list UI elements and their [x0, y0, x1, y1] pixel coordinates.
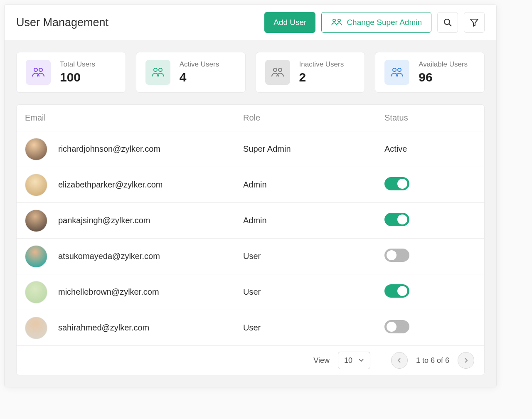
- user-role: User: [243, 251, 384, 261]
- user-role: Admin: [243, 180, 384, 190]
- avatar: [25, 245, 47, 268]
- svg-point-8: [273, 68, 277, 71]
- panel-header: User Management Add User Change Super Ad…: [5, 5, 496, 40]
- users-icon: [384, 60, 409, 85]
- status-toggle[interactable]: [384, 249, 409, 262]
- user-email: elizabethparker@zylker.com: [58, 180, 163, 190]
- stats-row: Total Users 100 Active Users 4: [16, 52, 485, 93]
- svg-point-4: [34, 68, 37, 71]
- svg-line-3: [449, 24, 452, 27]
- svg-point-1: [338, 19, 340, 22]
- svg-point-11: [398, 68, 401, 71]
- stat-inactive-users: Inactive Users 2: [256, 52, 365, 93]
- panel-body: Total Users 100 Active Users 4: [5, 40, 496, 387]
- user-role: Admin: [243, 216, 384, 225]
- table-row[interactable]: elizabethparker@zylker.com Admin: [17, 167, 484, 203]
- user-management-panel: User Management Add User Change Super Ad…: [4, 4, 497, 387]
- chevron-down-icon: [358, 358, 364, 362]
- stat-label: Total Users: [60, 60, 95, 69]
- avatar: [25, 138, 47, 160]
- status-toggle[interactable]: [384, 213, 409, 226]
- svg-point-7: [159, 68, 162, 71]
- stat-value: 100: [60, 70, 95, 84]
- table-row[interactable]: pankajsingh@zylker.com Admin: [17, 203, 484, 239]
- col-email: Email: [25, 113, 243, 123]
- status-toggle[interactable]: [384, 320, 409, 333]
- admin-swap-icon: [331, 18, 342, 27]
- page-size-value: 10: [344, 356, 352, 365]
- stat-label: Available Users: [419, 60, 468, 69]
- table-header: Email Role Status: [17, 105, 484, 131]
- funnel-icon: [469, 17, 479, 27]
- users-icon: [265, 60, 290, 85]
- stat-value: 2: [299, 70, 344, 84]
- svg-point-10: [393, 68, 396, 71]
- user-role: Super Admin: [243, 144, 384, 154]
- page-range-text: 1 to 6 of 6: [416, 356, 449, 365]
- avatar: [25, 317, 47, 339]
- add-user-button[interactable]: Add User: [264, 12, 315, 33]
- avatar: [25, 210, 47, 232]
- page-title: User Management: [16, 16, 259, 29]
- user-email: sahirahmed@zylker.com: [58, 323, 149, 333]
- avatar: [25, 174, 47, 196]
- view-label: View: [313, 356, 330, 365]
- next-page-button[interactable]: [458, 352, 474, 369]
- status-toggle[interactable]: [384, 177, 409, 190]
- stat-total-users: Total Users 100: [16, 52, 126, 93]
- users-table: Email Role Status richardjohnson@zylker.…: [16, 104, 485, 375]
- user-email: atsukomayeda@zylker.com: [58, 251, 160, 261]
- col-role: Role: [243, 113, 384, 123]
- change-super-admin-label: Change Super Admin: [347, 18, 422, 27]
- stat-active-users: Active Users 4: [136, 52, 246, 93]
- add-user-label: Add User: [273, 18, 306, 27]
- user-status-text: Active: [384, 144, 476, 154]
- stat-value: 4: [180, 70, 219, 84]
- table-row[interactable]: sahirahmed@zylker.com User: [17, 310, 484, 346]
- user-email: richardjohnson@zylker.com: [58, 144, 160, 154]
- stat-value: 96: [419, 70, 468, 84]
- page-size-select[interactable]: 10: [338, 352, 370, 369]
- stat-label: Inactive Users: [299, 60, 344, 69]
- user-email: pankajsingh@zylker.com: [58, 216, 150, 225]
- table-footer: View 10 1 to 6 of 6: [17, 346, 484, 375]
- change-super-admin-button[interactable]: Change Super Admin: [321, 12, 431, 33]
- avatar: [25, 281, 47, 303]
- table-row[interactable]: atsukomayeda@zylker.com User: [17, 239, 484, 274]
- col-status: Status: [384, 113, 476, 123]
- filter-button[interactable]: [464, 12, 485, 33]
- stat-available-users: Available Users 96: [375, 52, 485, 93]
- user-role: User: [243, 323, 384, 333]
- users-icon: [145, 60, 170, 85]
- table-row[interactable]: michellebrown@zylker.com User: [17, 274, 484, 310]
- chevron-left-icon: [397, 357, 401, 363]
- svg-point-6: [154, 68, 157, 71]
- search-icon: [443, 17, 453, 27]
- table-row[interactable]: richardjohnson@zylker.com Super Admin Ac…: [17, 131, 484, 167]
- svg-point-5: [39, 68, 42, 71]
- status-toggle[interactable]: [384, 284, 409, 298]
- svg-point-0: [333, 19, 335, 22]
- user-email: michellebrown@zylker.com: [58, 287, 159, 297]
- prev-page-button[interactable]: [391, 352, 408, 369]
- stat-label: Active Users: [180, 60, 219, 69]
- svg-point-9: [278, 68, 282, 71]
- svg-point-2: [444, 19, 450, 25]
- user-role: User: [243, 287, 384, 297]
- chevron-right-icon: [464, 357, 468, 363]
- search-button[interactable]: [437, 12, 458, 33]
- users-icon: [26, 60, 51, 85]
